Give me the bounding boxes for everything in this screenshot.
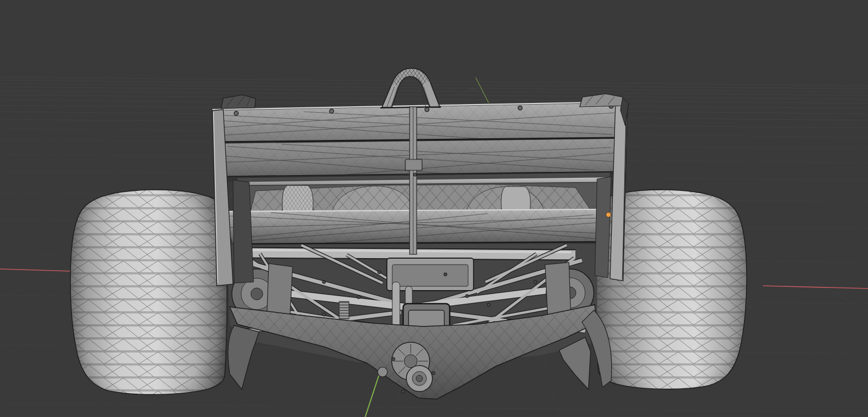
rear-tire-left[interactable] <box>70 190 227 395</box>
viewport-canvas[interactable] <box>0 0 868 417</box>
object-origin-point[interactable] <box>606 213 611 217</box>
coil-spring-ribs <box>339 301 349 319</box>
3d-viewport[interactable] <box>0 0 868 417</box>
camera-pod <box>405 159 422 170</box>
